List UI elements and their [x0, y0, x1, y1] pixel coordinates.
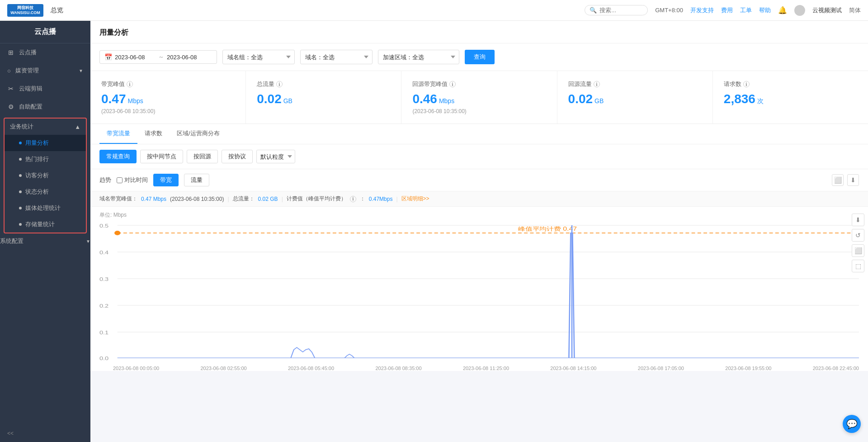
sidebar-item-config[interactable]: ⚙ 自助配置	[0, 98, 90, 116]
stat-card-traffic: 总流量 ℹ 0.02GB	[246, 71, 401, 124]
fee-link[interactable]: 费用	[721, 6, 733, 14]
ticket-link[interactable]: 工单	[740, 6, 752, 14]
sidebar-business-group: 业务统计 ▲ 用量分析 热门排行 访客分析 状态分析 媒体处理统计	[4, 118, 87, 233]
btn-mid-node[interactable]: 按中间节点	[140, 150, 183, 163]
right-expand-btn[interactable]: ⬜	[852, 244, 864, 257]
info-billing-value: 0.47Mbps	[369, 196, 393, 202]
sidebar-item-home[interactable]: ⊞ 云点播	[0, 43, 90, 62]
btn-bandwidth-tab[interactable]: 带宽	[153, 174, 179, 186]
sidebar-item-usage-label: 用量分析	[25, 139, 49, 147]
requests-info-icon[interactable]: ℹ	[743, 81, 750, 87]
sub-filter-row: 常规查询 按中间节点 按回源 按协议 默认粒度 1分钟 5分钟 1小时	[90, 144, 868, 169]
back-bw-info-icon[interactable]: ℹ	[449, 81, 456, 87]
stat-back-traffic-label: 回源流量 ℹ	[568, 80, 702, 88]
date-start-input[interactable]	[115, 54, 156, 61]
tab-bandwidth-traffic[interactable]: 带宽流量	[99, 124, 137, 144]
compare-time-checkbox[interactable]	[117, 177, 123, 183]
main-tab-row: 带宽流量 请求数 区域/运营商分布	[90, 124, 868, 144]
compare-time-label: 对比时间	[124, 176, 148, 184]
stat-requests-label: 请求数 ℹ	[724, 80, 857, 88]
sidebar-item-status[interactable]: 状态分析	[5, 184, 86, 200]
trend-label: 趋势	[99, 176, 111, 184]
search-bar[interactable]: 🔍	[585, 5, 648, 15]
help-link[interactable]: 帮助	[759, 6, 771, 14]
back-traffic-info-icon[interactable]: ℹ	[594, 81, 600, 87]
stat-bandwidth-num: 0.47	[101, 92, 126, 106]
logo: 网宿科技 WANSISU.COM	[7, 4, 43, 17]
billing-info-icon[interactable]: ℹ	[350, 196, 356, 202]
traffic-info-icon[interactable]: ℹ	[276, 81, 283, 87]
domain-select[interactable]: 域名：全选	[300, 50, 373, 64]
date-range-picker[interactable]: 📅 ～	[99, 50, 217, 64]
sidebar-item-media[interactable]: ○ 媒资管理 ▼	[0, 62, 90, 80]
svg-text:0.4: 0.4	[99, 250, 108, 256]
sidebar-sys-config[interactable]: 系统配置 ▼	[0, 237, 90, 245]
stat-back-bw-value: 0.46Mbps	[412, 92, 546, 106]
tab-requests[interactable]: 请求数	[137, 124, 170, 144]
sidebar-item-visitor[interactable]: 访客分析	[5, 167, 86, 184]
stat-traffic-unit: GB	[283, 97, 292, 105]
chart-svg-wrap: 0.5 0.4 0.3 0.2 0.1 0.0	[99, 221, 859, 366]
compare-time-checkbox-wrap[interactable]: 对比时间	[117, 176, 148, 184]
download-chart-icon[interactable]: ⬇	[847, 174, 859, 186]
bandwidth-info-icon[interactable]: ℹ	[127, 81, 133, 87]
username-label[interactable]: 云视频测试	[812, 6, 842, 14]
stat-requests-text: 请求数	[724, 80, 741, 88]
x-label-0: 2023-06-08 00:05:00	[113, 366, 159, 371]
btn-protocol[interactable]: 按协议	[222, 150, 253, 163]
main-layout: 云点播 ⊞ 云点播 ○ 媒资管理 ▼ ✂ 云端剪辑 ⚙ 自助配置	[0, 21, 868, 442]
date-end-input[interactable]	[167, 54, 208, 61]
visitor-dot-icon	[19, 174, 22, 177]
domain-group-select-wrap[interactable]: 域名组：全选	[222, 50, 295, 64]
sidebar-item-editor[interactable]: ✂ 云端剪辑	[0, 80, 90, 98]
granularity-select[interactable]: 默认粒度 1分钟 5分钟 1小时	[256, 150, 295, 163]
cdn-region-select[interactable]: 加速区域：全选	[378, 50, 459, 64]
hot-dot-icon	[19, 158, 22, 161]
sidebar-item-editor-label: 云端剪辑	[19, 85, 42, 93]
x-label-4: 2023-06-08 11:25:00	[463, 366, 509, 371]
info-domain-bw-peak-label: 域名带宽峰值：	[99, 195, 137, 203]
x-axis-labels: 2023-06-08 00:05:00 2023-06-08 02:55:00 …	[99, 366, 859, 371]
sidebar-item-usage[interactable]: 用量分析	[5, 135, 86, 151]
btn-traffic-tab[interactable]: 流量	[184, 174, 209, 186]
stat-bandwidth-unit: Mbps	[128, 97, 143, 105]
dev-support-link[interactable]: 开发支持	[690, 6, 714, 14]
sidebar-item-media-stat[interactable]: 媒体处理统计	[5, 200, 86, 216]
language-label[interactable]: 简体	[849, 6, 861, 14]
topbar-nav-label[interactable]: 总览	[51, 6, 63, 14]
right-download-btn[interactable]: ⬇	[852, 214, 864, 226]
sidebar-item-storage[interactable]: 存储量统计	[5, 216, 86, 233]
sidebar-item-media-stat-label: 媒体处理统计	[25, 204, 61, 212]
btn-normal-query[interactable]: 常规查询	[99, 150, 137, 163]
search-input[interactable]	[599, 7, 645, 14]
tab-region-distribution[interactable]: 区域/运营商分布	[170, 124, 227, 144]
domain-select-wrap[interactable]: 域名：全选	[300, 50, 373, 64]
timezone-label: GMT+8:00	[655, 7, 683, 14]
stat-back-traffic-num: 0.02	[568, 92, 593, 106]
right-refresh-btn[interactable]: ↺	[852, 229, 864, 242]
stat-back-bw-unit: Mbps	[439, 97, 454, 105]
right-tools: ⬇ ↺ ⬜ ⬚	[852, 214, 864, 272]
filter-bar: 📅 ～ 域名组：全选 域名：全选 加速区域：全选 查询	[90, 43, 868, 71]
cdn-region-select-wrap[interactable]: 加速区域：全选	[378, 50, 459, 64]
page-title: 用量分析	[90, 21, 868, 43]
stat-requests-num: 2,836	[724, 92, 755, 106]
sidebar-sys-config-label: 系统配置	[0, 237, 24, 245]
notification-bell-icon[interactable]: 🔔	[778, 6, 787, 14]
query-button[interactable]: 查询	[465, 50, 495, 64]
right-resize-btn[interactable]: ⬚	[852, 260, 864, 272]
sidebar-collapse-btn[interactable]: <<	[0, 425, 90, 442]
sidebar-business-header[interactable]: 业务统计 ▲	[5, 119, 86, 135]
region-detail-link[interactable]: 区域明细>>	[401, 195, 429, 203]
chart-unit-label: 单位: Mbps	[99, 211, 859, 219]
chart-svg: 0.5 0.4 0.3 0.2 0.1 0.0	[99, 221, 859, 366]
topbar-left: 网宿科技 WANSISU.COM 总览	[7, 4, 63, 17]
chat-button[interactable]: 💬	[843, 415, 861, 433]
domain-group-select[interactable]: 域名组：全选	[222, 50, 295, 64]
sidebar-item-hot[interactable]: 热门排行	[5, 151, 86, 167]
info-divider-1: |	[227, 196, 229, 202]
expand-chart-icon[interactable]: ⬜	[832, 174, 844, 186]
btn-back-source[interactable]: 按回源	[187, 150, 218, 163]
svg-text:0.3: 0.3	[99, 276, 108, 282]
x-label-6: 2023-06-08 17:05:00	[638, 366, 684, 371]
